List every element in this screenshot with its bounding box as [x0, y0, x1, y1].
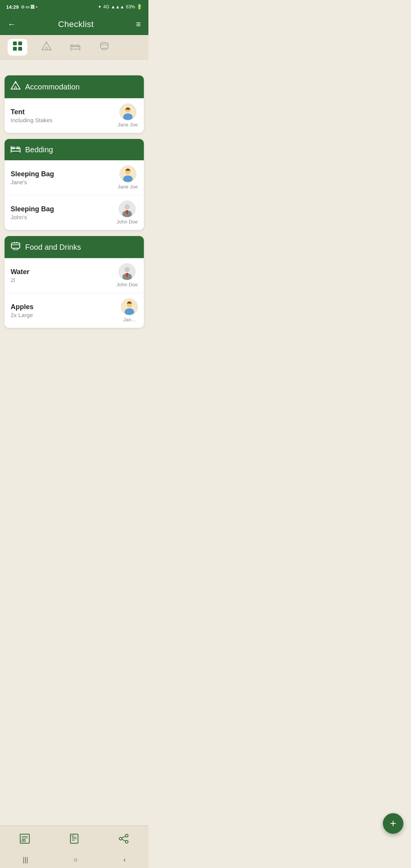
svg-line-21	[14, 86, 16, 89]
item-sb-john-name: Sleeping Bag	[11, 205, 116, 213]
svg-rect-2	[13, 47, 17, 51]
item-sb-john-user: John Doe	[116, 201, 138, 225]
svg-line-7	[46, 47, 48, 50]
food-section-icon	[11, 241, 21, 253]
filter-button[interactable]: ≡	[136, 19, 141, 29]
item-sb-john-info: Sleeping Bag John's	[11, 205, 116, 220]
tab-food[interactable]	[94, 39, 114, 56]
food-body: Water 2l John Doe	[5, 258, 144, 328]
accommodation-body: Tent Including Stakes Jane Joe	[5, 98, 144, 133]
status-icons: ✦ 4G ▲▲▲ 63% 🔋	[98, 4, 142, 10]
svg-rect-0	[13, 41, 17, 45]
avatar-john-sb	[119, 201, 135, 217]
svg-rect-14	[100, 43, 108, 48]
svg-rect-41	[11, 243, 20, 248]
tab-bar	[0, 35, 148, 59]
back-button[interactable]: ←	[8, 19, 16, 29]
item-sleeping-bag-jane[interactable]: Sleeping Bag Jane's Jane Joe	[5, 160, 144, 195]
bedding-body: Sleeping Bag Jane's Jane Joe	[5, 160, 144, 230]
svg-rect-8	[71, 46, 80, 49]
section-food-header: Food and Drinks	[5, 236, 144, 258]
section-accommodation: Accommodation Tent Including Stakes	[5, 75, 144, 133]
tab-accommodation[interactable]	[37, 39, 56, 56]
item-tent-info: Tent Including Stakes	[11, 108, 118, 123]
item-sb-john-sub: John's	[11, 214, 116, 220]
section-food: Food and Drinks Water 2l	[5, 236, 144, 328]
item-sleeping-bag-john[interactable]: Sleeping Bag John's John Doe	[5, 195, 144, 230]
item-tent-sub: Including Stakes	[11, 117, 118, 123]
svg-point-47	[124, 267, 129, 272]
svg-rect-50	[126, 275, 128, 277]
bedding-section-icon	[11, 144, 21, 155]
user-name-jane-sb: Jane Joe	[118, 184, 138, 190]
svg-rect-1	[18, 41, 22, 45]
svg-rect-43	[13, 248, 18, 250]
bed-tab-icon	[70, 41, 81, 54]
item-tent-user: Jane Joe	[118, 104, 138, 128]
status-bar: 14:29 ⊙ ▭ 🖼 • ✦ 4G ▲▲▲ 63% 🔋	[0, 0, 148, 14]
svg-rect-40	[126, 212, 128, 214]
item-sb-jane-sub: Jane's	[11, 179, 118, 185]
svg-rect-16	[102, 48, 107, 50]
food-title: Food and Drinks	[25, 243, 81, 252]
status-time: 14:29 ⊙ ▭ 🖼 •	[6, 4, 37, 10]
avatar-jane-joe-tent	[119, 104, 136, 120]
item-water[interactable]: Water 2l John Doe	[5, 258, 144, 293]
svg-rect-27	[11, 148, 20, 151]
main-content: Accommodation Tent Including Stakes	[0, 59, 148, 358]
item-water-name: Water	[11, 268, 116, 276]
item-sb-jane-user: Jane Joe	[118, 166, 138, 190]
item-tent-name: Tent	[11, 108, 118, 116]
user-name-jane-apples: Jan...	[123, 317, 135, 322]
tab-all[interactable]	[8, 39, 27, 56]
item-apples[interactable]: Apples 2x Large Jan...	[5, 293, 144, 328]
item-water-info: Water 2l	[11, 268, 116, 283]
grid-icon	[12, 41, 23, 54]
section-bedding: Bedding Sleeping Bag Jane's	[5, 139, 144, 230]
item-sb-jane-name: Sleeping Bag	[11, 170, 118, 178]
avatar-john-water	[119, 263, 135, 280]
section-accommodation-header: Accommodation	[5, 75, 144, 98]
item-sb-jane-info: Sleeping Bag Jane's	[11, 170, 118, 185]
accommodation-section-icon	[11, 81, 21, 93]
food-tab-icon	[99, 41, 110, 54]
user-name-jane-tent: Jane Joe	[118, 122, 138, 128]
svg-line-22	[16, 86, 17, 89]
tent-tab-icon	[41, 41, 52, 54]
page-title: Checklist	[58, 19, 94, 29]
item-tent[interactable]: Tent Including Stakes Jane Joe	[5, 98, 144, 133]
svg-rect-3	[18, 47, 22, 51]
item-water-sub: 2l	[11, 277, 116, 283]
tab-bedding[interactable]	[65, 39, 85, 56]
accommodation-title: Accommodation	[25, 83, 80, 91]
item-water-user: John Doe	[116, 263, 138, 287]
app-header: ← Checklist ≡	[0, 14, 148, 35]
avatar-jane-sb	[119, 166, 136, 182]
item-apples-name: Apples	[11, 303, 121, 311]
section-bedding-header: Bedding	[5, 139, 144, 160]
user-name-john-water: John Doe	[116, 282, 138, 287]
svg-line-6	[45, 47, 46, 50]
avatar-jane-apples	[121, 298, 138, 315]
svg-point-37	[124, 204, 129, 209]
bedding-title: Bedding	[25, 145, 53, 154]
user-name-john-sb: John Doe	[116, 219, 138, 225]
item-apples-sub: 2x Large	[11, 312, 121, 318]
item-apples-user: Jan...	[121, 298, 138, 322]
item-apples-info: Apples 2x Large	[11, 303, 121, 318]
